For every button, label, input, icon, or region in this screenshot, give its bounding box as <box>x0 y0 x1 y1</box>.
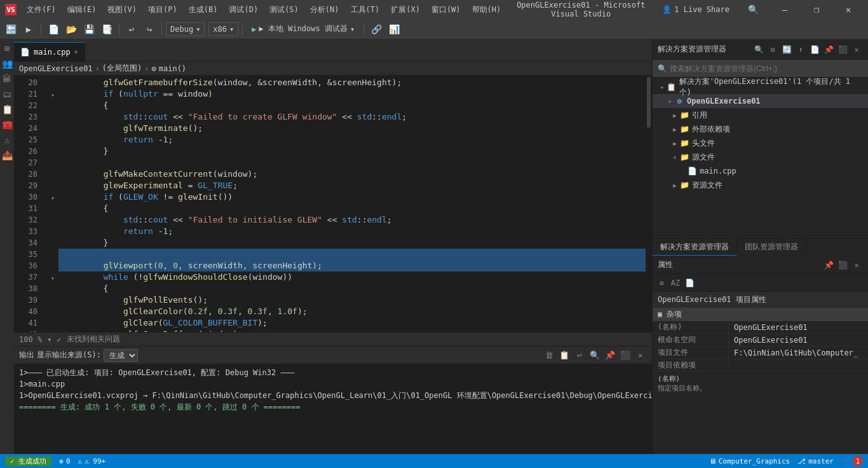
se-collapse-button[interactable]: ⬆ <box>794 43 807 56</box>
branch-item[interactable]: ⎇ master <box>797 457 834 465</box>
menu-item[interactable]: 生成(B) <box>184 3 223 17</box>
code-line[interactable]: glfwSwapBuffers(window); <box>58 329 646 332</box>
back-button[interactable]: 🔙 <box>3 21 19 38</box>
forward-button[interactable]: ▶ <box>20 21 37 38</box>
minimize-button[interactable]: — <box>770 0 799 19</box>
output-clear-button[interactable]: 🗑 <box>543 349 555 362</box>
close-button[interactable]: ✕ <box>834 0 863 19</box>
props-row[interactable]: 项目依赖项 <box>653 359 868 371</box>
output-wrap-button[interactable]: ↩ <box>573 349 586 362</box>
tab-team-explorer[interactable]: 团队资源管理器 <box>737 238 806 256</box>
tree-item[interactable]: ▶📁头文件 <box>653 136 868 150</box>
code-line[interactable]: glfwMakeContextCurrent(window); <box>58 169 646 180</box>
code-line[interactable] <box>58 157 646 169</box>
code-line[interactable]: glfwGetFramebufferSize(window, &screenWi… <box>58 77 646 88</box>
save-all-button[interactable]: 📑 <box>98 21 115 38</box>
path-scope[interactable]: (全局范围) <box>102 63 142 74</box>
code-line[interactable]: { <box>58 283 646 294</box>
path-func[interactable]: main() <box>159 64 186 73</box>
code-line[interactable]: glfwTerminate(); <box>58 123 646 134</box>
team-explorer-icon[interactable]: 👥 <box>1 57 13 70</box>
menu-item[interactable]: 扩展(X) <box>386 3 425 17</box>
code-line[interactable]: glViewport(0, 0, screenWidth, screenHeig… <box>58 260 646 272</box>
output-close-button[interactable]: ✕ <box>634 349 647 362</box>
code-line[interactable]: std::cout << "Failed to initialise GLEW"… <box>58 214 646 226</box>
output-source-select[interactable]: 生成 <box>104 349 138 362</box>
code-line[interactable]: std::cout << "Failed to create GLFW wind… <box>58 111 646 123</box>
search-toolbar-button[interactable]: 🔍 <box>738 0 768 19</box>
build-status-item[interactable]: ✓ 生成成功 <box>5 457 51 466</box>
output-find-button[interactable]: 🔍 <box>588 349 601 362</box>
props-categorized-button[interactable]: ≡ <box>655 277 668 289</box>
code-line[interactable]: { <box>58 100 646 111</box>
code-content[interactable]: glfwGetFramebufferSize(window, &screenWi… <box>58 76 646 332</box>
solution-search-input[interactable] <box>670 64 863 73</box>
code-editor[interactable]: 2021222324252627282930313233343536373839… <box>14 76 652 332</box>
props-row[interactable]: 根命名空间OpenGLExercise01 <box>653 334 868 347</box>
menu-item[interactable]: 帮助(H) <box>467 3 506 17</box>
tab-close-button[interactable]: × <box>74 48 78 55</box>
redo-button[interactable]: ↪ <box>141 21 158 38</box>
project-type-item[interactable]: 🖥 Computer_Graphics <box>709 457 790 465</box>
props-row[interactable]: (名称)OpenGLExercise01 <box>653 321 868 334</box>
class-view-icon[interactable]: 🏛 <box>1 72 13 85</box>
se-pin-button[interactable]: 📌 <box>822 43 835 56</box>
perf-button[interactable]: 📊 <box>386 21 402 38</box>
open-button[interactable]: 📂 <box>63 21 79 38</box>
toolbox-icon[interactable]: 🧰 <box>1 118 13 131</box>
tree-item[interactable]: ▶📁引用 <box>653 108 868 122</box>
props-pin-button[interactable]: 📌 <box>822 259 835 272</box>
config-dropdown[interactable]: Debug ▾ <box>166 22 205 36</box>
editor-scrollbar[interactable] <box>646 76 652 332</box>
output-icon[interactable]: 📤 <box>1 149 13 162</box>
code-line[interactable]: glewExperimental = GL_TRUE; <box>58 180 646 191</box>
props-close-button[interactable]: ✕ <box>850 259 863 272</box>
output-copy-button[interactable]: 📋 <box>558 349 571 362</box>
props-section-misc[interactable]: ▣ 杂项 <box>653 308 868 321</box>
undo-button[interactable]: ↩ <box>123 21 140 38</box>
error-list-icon[interactable]: ⚠ <box>1 134 13 146</box>
se-search-button[interactable]: 🔍 <box>752 43 765 56</box>
code-line[interactable]: if (nullptr == window) <box>58 88 646 100</box>
tree-item[interactable]: 📄main.cpp <box>653 164 868 178</box>
props-row[interactable]: 项目文件F:\QinNian\GitHub\Computer_ <box>653 347 868 359</box>
tree-item[interactable]: ▾📁源文件 <box>653 150 868 164</box>
code-line[interactable]: glClearColor(0.2f, 0.3f, 0.3f, 1.0f); <box>58 306 646 317</box>
tree-item[interactable]: ▶📁外部依赖项 <box>653 122 868 136</box>
code-line[interactable]: while (!glfwWindowShouldClose(window)) <box>58 272 646 283</box>
menu-item[interactable]: 分析(N) <box>305 3 344 17</box>
code-line[interactable]: return -1; <box>58 226 646 237</box>
scrollbar-thumb[interactable] <box>647 77 651 128</box>
new-file-button[interactable]: 📄 <box>45 21 62 38</box>
code-line[interactable]: } <box>58 146 646 157</box>
tab-solution-explorer[interactable]: 解决方案资源管理器 <box>653 238 737 256</box>
props-float-button[interactable]: ⬛ <box>836 259 849 272</box>
restore-button[interactable]: ❐ <box>802 0 831 19</box>
resource-view-icon[interactable]: 🗂 <box>1 88 13 100</box>
menu-item[interactable]: 工具(T) <box>346 3 385 17</box>
menu-item[interactable]: 测试(S) <box>264 3 304 17</box>
se-show-files-button[interactable]: 📄 <box>808 43 821 56</box>
code-line[interactable] <box>58 249 646 260</box>
run-button[interactable]: ▶ ▶ 本地 Windows 调试器 ▾ <box>247 22 360 36</box>
output-pin-button[interactable]: 📌 <box>604 349 616 362</box>
live-share-status-item[interactable]: 👤 1 <box>841 456 863 466</box>
menu-item[interactable]: 文件(F) <box>22 3 61 17</box>
code-line[interactable]: return -1; <box>58 134 646 146</box>
se-float-button[interactable]: ⬛ <box>836 43 849 56</box>
warnings-item[interactable]: ⚠ ⚠ 99+ <box>78 457 106 465</box>
menu-item[interactable]: 窗口(W) <box>426 3 466 17</box>
props-pages-button[interactable]: 📄 <box>683 277 696 289</box>
tree-item[interactable]: ▶📁资源文件 <box>653 178 868 192</box>
props-alpha-button[interactable]: AZ <box>669 277 682 289</box>
menu-item[interactable]: 视图(V) <box>102 3 142 17</box>
se-refresh-button[interactable]: 🔄 <box>780 43 793 56</box>
properties-icon[interactable]: 📋 <box>1 103 13 116</box>
attach-debugger-button[interactable]: 🔗 <box>368 21 384 38</box>
code-line[interactable]: } <box>58 237 646 249</box>
errors-item[interactable]: ⊗ 0 <box>59 457 70 465</box>
se-filter-button[interactable]: ⚙ <box>766 43 779 56</box>
menu-item[interactable]: 项目(P) <box>143 3 182 17</box>
output-float-button[interactable]: ⬛ <box>619 349 632 362</box>
save-button[interactable]: 💾 <box>81 21 97 38</box>
